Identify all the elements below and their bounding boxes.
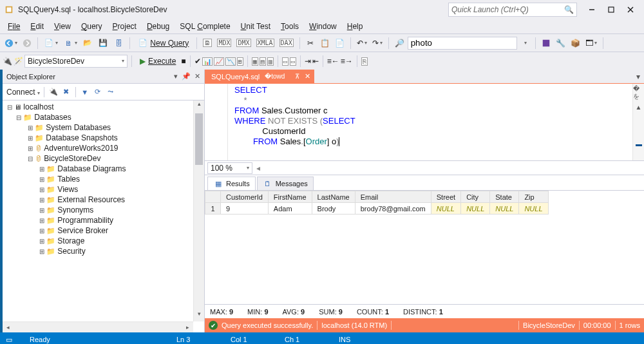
editor-content[interactable]: SELECT *FROM Sales.Customer cWHERE NOT E… (228, 84, 632, 160)
results-text-button[interactable]: ▤ (260, 57, 266, 66)
tree-views[interactable]: ⊞ Views (3, 184, 204, 195)
menu-debug[interactable]: Debug (142, 21, 175, 32)
tree-hscrollbar[interactable]: ◂▸ (3, 321, 193, 332)
tree-vscrollbar[interactable]: ▴▾ (193, 100, 204, 321)
editor-overview-ruler[interactable]: �を ▲ (632, 84, 644, 160)
save-button[interactable]: 💾 (96, 36, 110, 50)
hscroll-left-icon[interactable]: ◂ (256, 164, 260, 173)
find-dropdown[interactable] (518, 36, 531, 50)
tree-programmability[interactable]: ⊞ Programmability (3, 215, 204, 225)
menu-unittest[interactable]: Unit Test (236, 21, 276, 32)
ext-tool-2[interactable]: 🔧 (554, 36, 567, 50)
decrease-indent-button[interactable]: ≡← (327, 57, 339, 66)
maximize-button[interactable] (601, 2, 621, 17)
menu-view[interactable]: View (49, 21, 76, 32)
menu-query[interactable]: Query (76, 21, 108, 32)
quick-launch-input[interactable]: Quick Launch (Ctrl+Q) 🔍 (448, 3, 577, 17)
tree-security[interactable]: ⊞ Security (3, 246, 204, 256)
new-item-button[interactable]: 🗎 (61, 36, 79, 50)
connect-dropdown[interactable]: Connect (6, 88, 40, 97)
dax-query-button[interactable]: DAX (278, 36, 296, 50)
pin-tab-icon[interactable]: ⊼ (295, 73, 299, 80)
tab-overflow-icon[interactable]: ▾ (636, 72, 640, 81)
display-plan-button[interactable]: 📊 (202, 57, 213, 66)
tree-storage[interactable]: ⊞ Storage (3, 236, 204, 246)
results-file-button[interactable]: ▥ (267, 57, 274, 66)
execute-button[interactable]: ▶Execute (136, 54, 180, 68)
find-icon[interactable]: 🔎 (393, 36, 406, 50)
menu-tools[interactable]: Tools (276, 21, 304, 32)
results-grid[interactable]: CustomerIdFirstNameLastNameEmailStreetCi… (205, 191, 644, 304)
new-query-button[interactable]: 📄 New Query (134, 36, 193, 50)
filter-icon[interactable]: ▼ (80, 87, 90, 97)
zoom-combo[interactable]: 100 % (207, 162, 252, 174)
parse-button[interactable]: ✔ (194, 57, 201, 66)
ext-tool-4[interactable]: 🗔 (583, 36, 599, 50)
menu-edit[interactable]: Edit (25, 21, 49, 32)
tree-external-resources[interactable]: ⊞ External Resources (3, 195, 204, 205)
pin-tab-icon[interactable]: �towd (265, 73, 285, 80)
menu-file[interactable]: File (3, 21, 25, 32)
tree-adventureworks[interactable]: ⊞ AdventureWorks2019 (3, 143, 204, 153)
connect-icon[interactable]: 🔌 (3, 57, 12, 66)
live-stats-button[interactable]: 📉 (225, 57, 236, 66)
messages-tab[interactable]: 🗒Messages (257, 177, 314, 190)
cut-button[interactable]: ✂ (304, 36, 317, 50)
menu-window[interactable]: Window (304, 21, 342, 32)
menu-help[interactable]: Help (342, 21, 368, 32)
undo-button[interactable]: ↶ (355, 36, 369, 50)
client-stats-button[interactable]: ⊞ (237, 57, 243, 66)
ext-tool-1[interactable] (540, 36, 553, 50)
refresh-icon[interactable]: ⟳ (93, 87, 103, 97)
panel-dropdown-icon[interactable]: ▾ (174, 72, 178, 81)
tree-snapshots[interactable]: ⊞ Database Snapshots (3, 133, 204, 143)
activity-icon[interactable]: ⤳ (106, 87, 116, 97)
indent-button[interactable]: ⇥ (305, 57, 311, 66)
stop-connect-icon[interactable]: ✖ (61, 87, 71, 97)
save-all-button[interactable]: 🗄 (111, 36, 126, 50)
xmla-query-button[interactable]: XMLA (254, 36, 276, 50)
close-tab-icon[interactable]: ✕ (305, 72, 310, 81)
redo-button[interactable]: ↷ (370, 36, 384, 50)
tree-bicyclestoredev[interactable]: ⊟ BicycleStoreDev (3, 153, 204, 164)
database-combo[interactable]: BicycleStoreDev (24, 55, 128, 68)
new-project-button[interactable]: 📄 (42, 36, 60, 50)
outdent-button[interactable]: ⇤ (312, 57, 319, 66)
minimize-button[interactable] (582, 2, 601, 17)
tree-diagrams[interactable]: ⊞ Database Diagrams (3, 164, 204, 174)
object-explorer-tree[interactable]: ⊟ localhost ⊟ Databases ⊞ System Databas… (3, 100, 204, 332)
sql-editor[interactable]: SELECT *FROM Sales.Customer cWHERE NOT E… (205, 84, 644, 161)
results-grid-button[interactable]: ▦ (252, 57, 258, 66)
close-button[interactable] (621, 2, 640, 17)
nav-back-button[interactable] (3, 36, 19, 50)
include-plan-button[interactable]: 📈 (214, 57, 224, 66)
tree-system-databases[interactable]: ⊞ System Databases (3, 122, 204, 133)
copy-button[interactable]: 📋 (318, 36, 332, 50)
dmx-query-button[interactable]: DMX (234, 36, 252, 50)
nav-forward-button[interactable] (21, 36, 33, 50)
split-handle-icon[interactable]: �を (633, 84, 644, 102)
panel-pin-icon[interactable]: 📌 (182, 72, 191, 81)
tree-tables[interactable]: ⊞ Tables (3, 174, 204, 184)
find-input[interactable] (408, 37, 517, 50)
menu-sqlcomplete[interactable]: SQL Complete (175, 21, 235, 32)
panel-close-icon[interactable]: ✕ (194, 72, 200, 81)
change-connection-icon[interactable]: 🪄 (14, 57, 23, 66)
tree-databases[interactable]: ⊟ Databases (3, 112, 204, 122)
tree-service-broker[interactable]: ⊞ Service Broker (3, 225, 204, 236)
document-tab-active[interactable]: SQLQuery4.sql �towd (205, 70, 291, 83)
comment-button[interactable]: ▭ (282, 57, 289, 66)
results-tab[interactable]: ▦Results (207, 177, 256, 190)
menu-project[interactable]: Project (108, 21, 142, 32)
db-engine-query-button[interactable]: 🗎 (201, 36, 214, 50)
ext-tool-3[interactable]: 📦 (569, 36, 582, 50)
tree-server[interactable]: ⊟ localhost (3, 102, 204, 112)
open-file-button[interactable]: 📂 (80, 36, 95, 50)
uncomment-button[interactable]: ▭ (290, 57, 296, 66)
specify-values-button[interactable]: ⎘ (361, 57, 368, 66)
stop-button[interactable]: ■ (181, 57, 185, 66)
tree-synonyms[interactable]: ⊞ Synonyms (3, 205, 204, 215)
increase-indent-button[interactable]: ≡→ (341, 57, 353, 66)
mdx-query-button[interactable]: MDX (215, 36, 233, 50)
paste-button[interactable]: 📄 (333, 36, 346, 50)
